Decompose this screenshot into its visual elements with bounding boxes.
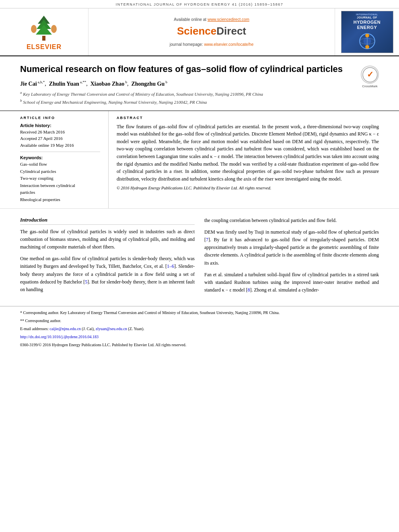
journal-header-bar: INTERNATIONAL JOURNAL OF HYDROGEN ENERGY…: [0, 0, 399, 8]
sciencedirect-url[interactable]: www.sciencedirect.com: [208, 17, 249, 22]
email-author-1: (J. Cai),: [82, 327, 95, 331]
keyword-2: Cylindrical particles: [20, 168, 100, 175]
received-date: Received 26 March 2016: [20, 129, 100, 136]
email-2-link[interactable]: zlyuan@seu.edu.cn: [96, 327, 127, 331]
abstract-text: The flow features of gas–solid flow of c…: [117, 123, 379, 183]
available-online-label: Available online at www.sciencedirect.co…: [174, 17, 249, 22]
author-zhulin-yuan: Zhulin Yuan: [49, 80, 79, 86]
svg-point-4: [31, 25, 37, 33]
accepted-date: Accepted 27 April 2016: [20, 135, 100, 142]
email-author-2: (Z. Yuan).: [128, 327, 144, 331]
body-para-5: Fan et al. simulated a turbulent solid–l…: [204, 271, 379, 294]
keyword-3: Two-way coupling: [20, 175, 100, 182]
keyword-1: Gas–solid flow: [20, 161, 100, 168]
elsevier-wordmark: ELSEVIER: [27, 43, 62, 51]
article-info-abstract-section: ARTICLE INFO Article history: Received 2…: [0, 111, 399, 209]
journal-header-text: INTERNATIONAL JOURNAL OF HYDROGEN ENERGY…: [116, 2, 284, 6]
body-para-2: One method on gas–solid flow of cylindri…: [20, 255, 195, 294]
svg-marker-3: [36, 25, 52, 35]
keywords-list: Gas–solid flow Cylindrical particles Two…: [20, 161, 100, 203]
journal-cover-section: International Journal of HYDROGEN ENERGY: [335, 8, 399, 55]
abstract-column: ABSTRACT The flow features of gas–solid …: [109, 111, 379, 208]
authors-line: Jie Cai a,b,*, Zhulin Yuan a,**, Xiaobao…: [20, 80, 379, 87]
body-left-column: Introduction The gas–solid flow of cylin…: [20, 217, 195, 298]
affiliation-a: a Key Laboratory of Energy Thermal Conve…: [20, 90, 379, 97]
author-zhongzhu-gu: Zhongzhu Gu: [131, 80, 165, 86]
footer-corresponding-2: ** Corresponding author.: [20, 318, 379, 324]
journal-homepage: journal homepage: www.elsevier.com/locat…: [170, 42, 253, 47]
author-xiaobao-zhao: Xiaobao Zhao: [90, 80, 124, 86]
header-area: ELSEVIER Available online at www.science…: [0, 8, 399, 56]
copyright-text: © 2016 Hydrogen Energy Publications LLC.…: [117, 185, 379, 191]
svg-point-5: [51, 25, 57, 33]
elsevier-tree-icon: [28, 14, 60, 42]
affiliation-b: b School of Energy and Mechanical Engine…: [20, 98, 379, 105]
article-info-column: ARTICLE INFO Article history: Received 2…: [20, 111, 109, 208]
article-header: ✓ CrossMark Numerical research on flow f…: [0, 56, 399, 111]
keywords-label: Keywords:: [20, 155, 100, 160]
available-online-date: Available online 19 May 2016: [20, 142, 100, 149]
article-title: Numerical research on flow features of g…: [20, 64, 379, 75]
abstract-title: ABSTRACT: [117, 116, 379, 120]
journal-homepage-link[interactable]: www.elsevier.com/locate/he: [204, 42, 253, 47]
sciencedirect-logo: ScienceDirect: [177, 25, 246, 37]
author-jie-cai: Jie Cai: [20, 80, 37, 86]
elsevier-logo: ELSEVIER: [27, 14, 62, 51]
body-para-3: the coupling correlation between cylindr…: [204, 217, 379, 224]
article-dates: Received 26 March 2016 Accepted 27 April…: [20, 129, 100, 149]
email-label: E-mail addresses:: [20, 327, 49, 331]
svg-rect-0: [42, 36, 45, 41]
crossmark-badge: ✓: [361, 66, 379, 84]
footer-corresponding-1: * Corresponding author. Key Laboratory o…: [20, 310, 379, 316]
crossmark-label: CrossMark: [361, 84, 379, 88]
body-para-1: The gas–solid flow of cylindrical partic…: [20, 228, 195, 251]
doi-link[interactable]: http://dx.doi.org/10.1016/j.ijhydene.201…: [20, 335, 99, 339]
keyword-5: Rheological properties: [20, 196, 100, 203]
article-info-title: ARTICLE INFO: [20, 116, 100, 120]
footer-emails: E-mail addresses: caijie@njnu.edu.cn (J.…: [20, 326, 379, 332]
journal-cover-graphic-icon: [357, 32, 377, 51]
svg-text:✓: ✓: [366, 70, 373, 79]
body-para-4: DEM was firstly used by Tsuji in numeric…: [204, 228, 379, 267]
affiliations: a Key Laboratory of Energy Thermal Conve…: [20, 90, 379, 105]
body-right-column: the coupling correlation between cylindr…: [204, 217, 379, 298]
crossmark-icon: ✓: [362, 67, 378, 83]
crossmark-container: ✓ CrossMark: [361, 66, 379, 88]
journal-cover-title: International Journal of HYDROGEN ENERGY: [354, 13, 381, 30]
email-1-link[interactable]: caijie@njnu.edu.cn: [49, 327, 81, 331]
footer-area: * Corresponding author. Key Laboratory o…: [0, 306, 399, 351]
elsevier-logo-section: ELSEVIER: [0, 8, 88, 55]
sciencedirect-section: Available online at www.sciencedirect.co…: [88, 8, 335, 55]
article-history-label: Article history:: [20, 123, 100, 128]
body-content: Introduction The gas–solid flow of cylin…: [0, 209, 399, 306]
info-divider: [20, 152, 100, 152]
footer-doi: http://dx.doi.org/10.1016/j.ijhydene.201…: [20, 334, 379, 340]
footer-issn: 0360-3199/© 2016 Hydrogen Energy Publica…: [20, 342, 379, 348]
keyword-4: Interaction between cylindricalparticles: [20, 182, 100, 196]
journal-cover-image: International Journal of HYDROGEN ENERGY: [341, 11, 393, 53]
introduction-heading: Introduction: [20, 217, 195, 225]
